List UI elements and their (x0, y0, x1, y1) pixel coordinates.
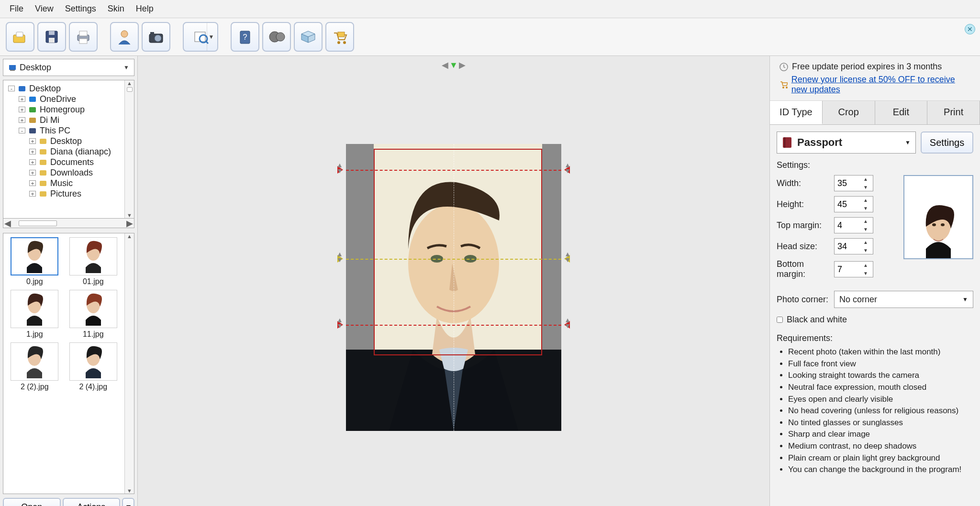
tree-hscroll[interactable]: ◀▶ (3, 219, 134, 228)
requirement-item: No head covering (unless for religious r… (788, 405, 973, 417)
location-label: Desktop (20, 63, 51, 73)
tree-item[interactable]: +Downloads (6, 167, 122, 178)
thumbnail[interactable]: 0.jpg (7, 237, 62, 286)
tree-item[interactable]: +Documents (6, 157, 122, 167)
headsize-spinner[interactable]: ▲▼ (834, 238, 873, 254)
thumbnail[interactable]: 1.jpg (7, 290, 62, 339)
photo-canvas[interactable]: ◀ ▼ ▶ (138, 56, 769, 506)
settings-button[interactable]: Settings (921, 132, 973, 154)
passport-icon (782, 136, 792, 149)
idtype-select[interactable]: Passport ▼ (777, 132, 916, 154)
cart-button[interactable] (325, 22, 354, 52)
close-notice-icon[interactable]: ✕ (965, 24, 975, 34)
thumbnail[interactable]: 2 (2).jpg (7, 342, 62, 391)
svg-point-19 (337, 41, 340, 44)
tree-scrollbar[interactable]: ▲ ▼ (124, 80, 134, 218)
svg-point-10 (155, 35, 161, 42)
photocorner-select[interactable]: No corner ▼ (834, 291, 973, 308)
profile-button[interactable] (110, 22, 139, 52)
tree-item[interactable]: -Desktop (6, 83, 122, 94)
tab-idtype[interactable]: ID Type (770, 101, 823, 124)
svg-point-8 (121, 31, 128, 37)
tab-print[interactable]: Print (927, 101, 980, 124)
print-button[interactable] (69, 22, 98, 52)
cart-icon (780, 80, 788, 89)
bw-checkbox[interactable] (777, 317, 783, 323)
top-handle[interactable]: ◀ ▼ ▶ (442, 60, 466, 70)
topmargin-input[interactable] (835, 220, 858, 231)
chevron-down-icon: ▼ (905, 139, 911, 146)
camera-button[interactable] (142, 22, 170, 52)
thumbs-scrollbar[interactable]: ▲ ▼ (124, 233, 134, 494)
svg-rect-24 (19, 86, 25, 91)
requirement-item: Neutral face expression, mouth closed (788, 382, 973, 394)
svg-rect-25 (29, 97, 36, 102)
video-button[interactable] (262, 22, 291, 52)
toolbar: ▼ ? ✕ (0, 18, 980, 56)
thumbnail[interactable]: 11.jpg (66, 290, 121, 339)
help-book-button[interactable]: ? (231, 22, 259, 52)
tab-crop[interactable]: Crop (823, 101, 875, 124)
open-button[interactable]: Open (3, 498, 61, 506)
svg-rect-1 (16, 32, 23, 37)
svg-point-52 (782, 87, 784, 88)
menu-file[interactable]: File (4, 2, 29, 16)
width-spinner[interactable]: ▲▼ (834, 175, 873, 191)
tree-item[interactable]: +Desktop (6, 136, 122, 146)
botmargin-spinner[interactable]: ▲▼ (834, 261, 873, 277)
renew-link[interactable]: Renew your license at 50% OFF to receive… (791, 75, 970, 95)
width-label: Width: (777, 178, 834, 188)
menu-view[interactable]: View (29, 2, 59, 16)
tab-edit[interactable]: Edit (875, 101, 928, 124)
svg-rect-11 (150, 32, 154, 35)
actions-dropdown[interactable]: ▾ (122, 498, 134, 506)
file-browser-panel: Desktop ▼ -Desktop+OneDrive+Homegroup+Di… (0, 56, 138, 506)
svg-rect-23 (10, 70, 15, 71)
topmargin-spinner[interactable]: ▲▼ (834, 217, 873, 233)
chevron-down-icon: ▼ (123, 64, 129, 71)
thumbnail[interactable]: 2 (4).jpg (66, 342, 121, 391)
width-input[interactable] (835, 178, 858, 188)
photocorner-label: Photo corner: (777, 295, 828, 305)
headsize-label: Head size: (777, 242, 834, 252)
menu-skin[interactable]: Skin (102, 2, 130, 16)
svg-rect-29 (40, 139, 46, 144)
headsize-input[interactable] (835, 242, 858, 252)
thumbnail[interactable]: 01.jpg (66, 237, 121, 286)
svg-rect-55 (784, 137, 785, 148)
location-combo[interactable]: Desktop ▼ (3, 59, 134, 76)
menu-settings[interactable]: Settings (59, 2, 102, 16)
botmargin-input[interactable] (835, 264, 858, 275)
photocorner-value: No corner (839, 295, 877, 305)
tree-item[interactable]: -This PC (6, 125, 122, 136)
svg-rect-7 (79, 39, 87, 44)
menu-help[interactable]: Help (130, 2, 159, 16)
botmargin-label: Bottom margin: (777, 259, 834, 279)
preview-button[interactable]: ▼ (183, 22, 218, 52)
open-file-button[interactable] (6, 22, 34, 52)
height-input[interactable] (835, 199, 858, 209)
preview-dropdown-icon[interactable]: ▼ (207, 23, 215, 51)
height-spinner[interactable]: ▲▼ (834, 196, 873, 212)
svg-rect-31 (40, 160, 46, 165)
actions-button[interactable]: Actions (63, 498, 121, 506)
idtype-label: Passport (797, 136, 842, 149)
tree-item[interactable]: +Homegroup (6, 104, 122, 115)
folder-tree[interactable]: -Desktop+OneDrive+Homegroup+Di Mi-This P… (3, 80, 124, 218)
requirement-item: Full face front view (788, 358, 973, 370)
svg-point-59 (941, 223, 945, 226)
topmargin-label: Top margin: (777, 220, 834, 231)
tree-item[interactable]: +Di Mi (6, 115, 122, 125)
save-button[interactable] (37, 22, 66, 52)
clock-icon (780, 63, 788, 71)
license-notice: Free update period expires in 3 months R… (770, 56, 980, 101)
box-button[interactable] (294, 22, 323, 52)
requirement-item: Plain cream or plain light grey backgrou… (788, 452, 973, 464)
tree-item[interactable]: +OneDrive (6, 94, 122, 104)
svg-rect-22 (9, 65, 16, 70)
tree-item[interactable]: +Diana (dianapc) (6, 146, 122, 157)
tree-item[interactable]: +Pictures (6, 188, 122, 199)
menu-bar: File View Settings Skin Help (0, 0, 980, 18)
requirement-item: Recent photo (taken within the last mont… (788, 346, 973, 358)
tree-item[interactable]: +Music (6, 178, 122, 188)
